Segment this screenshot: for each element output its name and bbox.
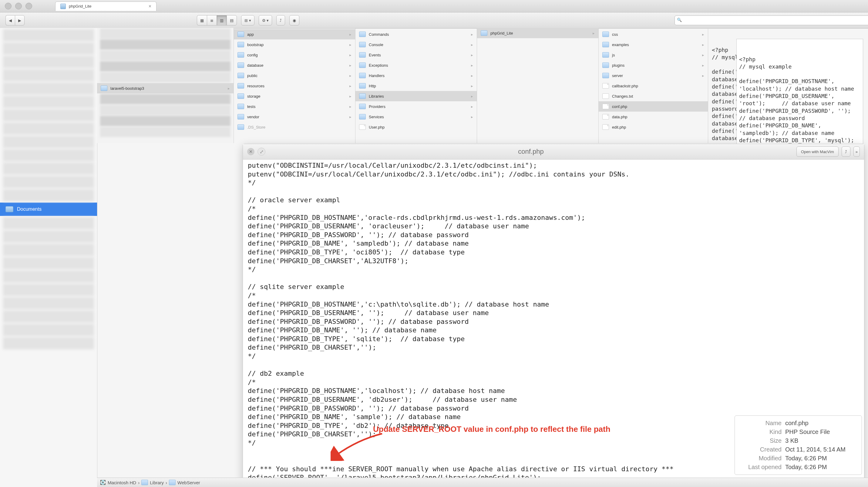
- file-row-conf-php[interactable]: conf.php: [599, 101, 708, 111]
- back-button[interactable]: ◀: [5, 15, 15, 26]
- file-icon: [602, 124, 609, 130]
- search-input[interactable]: [675, 15, 868, 25]
- tags-button[interactable]: ◉: [289, 15, 299, 26]
- folder-row-tests[interactable]: tests▸: [234, 101, 355, 111]
- file-row-user-php[interactable]: User.php: [355, 122, 477, 132]
- column-2[interactable]: laravel5-bootstrap3 ▸: [97, 28, 234, 143]
- row-label: database: [247, 63, 264, 68]
- folder-row-handlers[interactable]: Handlers▸: [355, 70, 477, 80]
- info-label: Name: [739, 420, 781, 427]
- file-row-callbackstr-php[interactable]: callbackstr.php: [599, 80, 708, 91]
- forward-button[interactable]: ▶: [15, 15, 25, 26]
- folder-row-server[interactable]: server▸: [599, 70, 708, 80]
- folder-icon: [238, 62, 244, 68]
- folder-row-exceptions[interactable]: Exceptions▸: [355, 60, 477, 70]
- close-tab-icon[interactable]: ×: [149, 4, 151, 9]
- chevron-right-icon: ▸: [702, 63, 704, 68]
- path-segment[interactable]: WebServer: [178, 480, 200, 485]
- chevron-right-icon: ▸: [349, 84, 351, 88]
- folder-row-commands[interactable]: Commands▸: [355, 29, 477, 39]
- folder-icon: [481, 30, 487, 36]
- chevron-right-icon: ›: [138, 480, 140, 485]
- row-label: examples: [612, 42, 629, 47]
- chevron-right-icon: ▸: [471, 94, 473, 99]
- fullscreen-quicklook-button[interactable]: ⤢: [257, 148, 266, 156]
- folder-row-events[interactable]: Events▸: [355, 50, 477, 60]
- chevron-right-icon: ▸: [471, 84, 473, 88]
- expand-quicklook-button[interactable]: »: [854, 147, 860, 157]
- minimize-window-icon[interactable]: [15, 3, 22, 9]
- folder-row-console[interactable]: Console▸: [355, 39, 477, 50]
- share-quicklook-button[interactable]: ⤴: [842, 147, 850, 157]
- folder-row-resources[interactable]: resources▸: [234, 80, 355, 91]
- row-label: config: [247, 53, 258, 57]
- quicklook-toolbar: ✕ ⤢ conf.php Open with MacVim ⤴ »: [243, 144, 864, 160]
- icon-view-button[interactable]: ▦: [197, 15, 207, 26]
- row-label: app: [247, 32, 254, 37]
- close-window-icon[interactable]: [5, 3, 11, 9]
- file-row-edit-php[interactable]: edit.php: [599, 122, 708, 132]
- path-segment[interactable]: Library: [150, 480, 164, 485]
- row-label: plugins: [612, 63, 624, 68]
- column-6[interactable]: css▸examples▸js▸plugins▸server▸callbacks…: [599, 28, 708, 143]
- folder-row-providers[interactable]: Providers▸: [355, 101, 477, 111]
- info-value: Today, 6:26 PM: [785, 464, 827, 470]
- sidebar: Documents: [0, 28, 97, 487]
- folder-row-plugins[interactable]: plugins▸: [599, 60, 708, 70]
- row-label: conf.php: [612, 104, 627, 109]
- open-with-button[interactable]: Open with MacVim: [797, 147, 839, 157]
- close-quicklook-button[interactable]: ✕: [247, 148, 254, 155]
- folder-row-storage[interactable]: storage▸: [234, 91, 355, 101]
- folder-row--ds-store[interactable]: .DS_Store: [234, 122, 355, 132]
- action-button[interactable]: ⚙ ▾: [259, 15, 272, 26]
- folder-row-bootstrap[interactable]: bootstrap▸: [234, 39, 355, 50]
- folder-row-app[interactable]: app▸: [234, 29, 355, 39]
- row-label: Console: [369, 42, 383, 47]
- folder-row-libraries[interactable]: Libraries▸: [355, 91, 477, 101]
- row-label: storage: [247, 94, 260, 99]
- coverflow-view-button[interactable]: ▤: [226, 15, 237, 26]
- folder-row-config[interactable]: config▸: [234, 50, 355, 60]
- folder-row-css[interactable]: css▸: [599, 29, 708, 39]
- zoom-window-icon[interactable]: [26, 3, 32, 9]
- row-label: laravel5-bootstrap3: [111, 86, 144, 91]
- folder-row-examples[interactable]: examples▸: [599, 39, 708, 50]
- chevron-right-icon: ▸: [702, 32, 704, 37]
- chevron-right-icon: ▸: [349, 63, 351, 68]
- folder-icon: [238, 83, 244, 89]
- chevron-right-icon: ▸: [349, 53, 351, 57]
- drive-icon: 💽: [100, 480, 106, 485]
- chevron-right-icon: ▸: [349, 73, 351, 78]
- chevron-right-icon: ▸: [228, 86, 230, 91]
- path-segment[interactable]: Macintosh HD: [108, 480, 136, 485]
- folder-icon: [602, 62, 609, 68]
- folder-row-phpgrid[interactable]: phpGrid_Lite ▸: [477, 28, 598, 38]
- folder-icon: [359, 104, 366, 109]
- sidebar-item-documents[interactable]: Documents: [0, 202, 97, 216]
- folder-row-laravel[interactable]: laravel5-bootstrap3 ▸: [97, 83, 234, 93]
- column-3[interactable]: app▸bootstrap▸config▸database▸public▸res…: [234, 28, 355, 143]
- column-5[interactable]: phpGrid_Lite ▸: [477, 28, 599, 143]
- file-row-changes-txt[interactable]: Changes.txt: [599, 91, 708, 101]
- path-bar[interactable]: 💽 Macintosh HD › Library › WebServer: [97, 478, 868, 487]
- file-row-data-php[interactable]: data.php: [599, 111, 708, 122]
- folder-icon: [359, 52, 366, 58]
- column-view-button[interactable]: ▥: [217, 15, 226, 26]
- share-button[interactable]: ⤴: [276, 15, 285, 26]
- finder-tab[interactable]: phpGrid_Lite ×: [55, 2, 156, 11]
- info-value: PHP Source File: [785, 428, 830, 435]
- chevron-right-icon: ▸: [349, 32, 351, 37]
- column-4[interactable]: Commands▸Console▸Events▸Exceptions▸Handl…: [355, 28, 477, 143]
- info-value: 3 KB: [785, 437, 798, 444]
- folder-icon: [602, 32, 609, 37]
- arrange-button[interactable]: ⊞ ▾: [241, 15, 254, 26]
- info-label: Kind: [739, 428, 781, 435]
- folder-row-database[interactable]: database▸: [234, 60, 355, 70]
- folder-row-vendor[interactable]: vendor▸: [234, 111, 355, 122]
- folder-row-js[interactable]: js▸: [599, 50, 708, 60]
- folder-row-services[interactable]: Services▸: [355, 111, 477, 122]
- list-view-button[interactable]: ≣: [207, 15, 217, 26]
- folder-row-public[interactable]: public▸: [234, 70, 355, 80]
- search-field[interactable]: 🔍: [675, 15, 863, 25]
- folder-row-http[interactable]: Http▸: [355, 80, 477, 91]
